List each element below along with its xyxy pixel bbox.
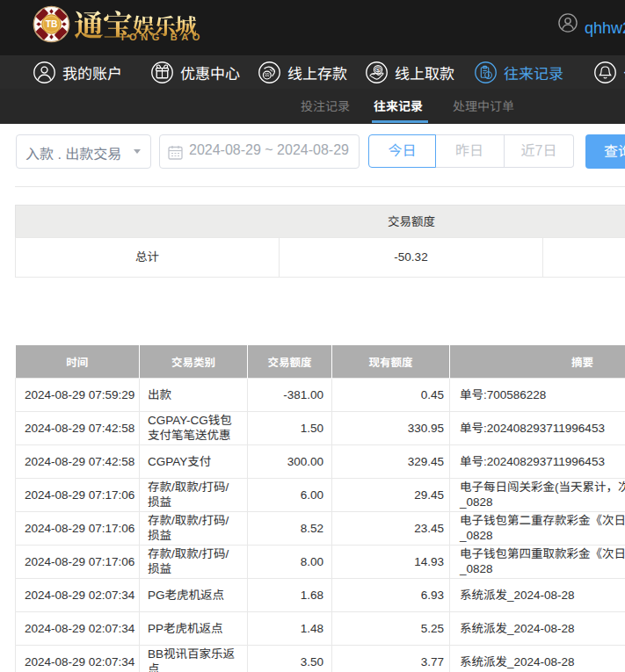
svg-text:$: $ <box>376 66 380 72</box>
svg-text:TB: TB <box>46 19 58 29</box>
